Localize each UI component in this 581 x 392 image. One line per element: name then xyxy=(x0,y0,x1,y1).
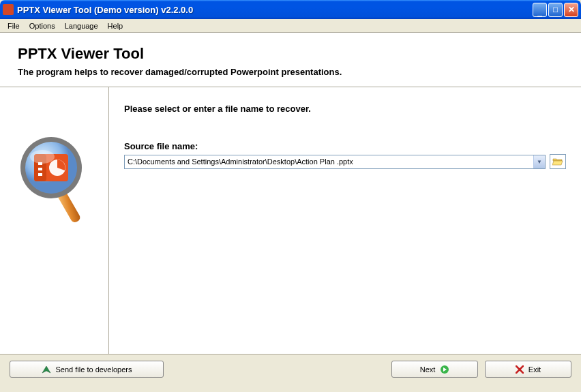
close-icon xyxy=(516,365,524,374)
dropdown-button[interactable]: ▼ xyxy=(533,155,545,168)
instruction-text: Please select or enter a file name to re… xyxy=(124,104,566,114)
source-file-combo[interactable]: ▼ xyxy=(124,155,546,169)
source-file-label: Source file name: xyxy=(124,141,566,151)
send-icon xyxy=(42,365,51,374)
svg-rect-7 xyxy=(38,173,42,176)
svg-rect-6 xyxy=(38,168,42,170)
page-title: PPTX Viewer Tool xyxy=(18,45,563,63)
folder-open-icon xyxy=(552,157,563,166)
arrow-right-icon xyxy=(440,365,449,374)
next-label: Next xyxy=(420,365,436,374)
header: PPTX Viewer Tool The program helps to re… xyxy=(0,33,581,87)
page-subtitle: The program helps to recover damaged/cor… xyxy=(18,67,563,77)
magnifier-icon xyxy=(14,128,95,230)
close-button[interactable]: ✕ xyxy=(564,3,578,17)
source-file-input[interactable] xyxy=(125,155,533,168)
window-title: PPTX Viewer Tool (Demo version) v2.2.0.0 xyxy=(17,5,533,15)
send-file-label: Send file to developers xyxy=(56,365,132,374)
right-pane: Please select or enter a file name to re… xyxy=(109,87,581,354)
menubar: File Options Language Help xyxy=(0,19,581,33)
exit-label: Exit xyxy=(528,365,541,374)
menu-file[interactable]: File xyxy=(3,20,25,31)
next-button[interactable]: Next xyxy=(391,361,478,378)
left-pane xyxy=(0,87,109,354)
footer: Send file to developers Next Exit xyxy=(0,354,581,384)
exit-button[interactable]: Exit xyxy=(485,361,571,378)
maximize-button[interactable]: □ xyxy=(548,3,563,17)
send-file-button[interactable]: Send file to developers xyxy=(10,361,164,378)
app-icon xyxy=(3,4,14,15)
browse-button[interactable] xyxy=(550,154,566,169)
svg-point-9 xyxy=(30,150,55,164)
menu-language[interactable]: Language xyxy=(60,20,103,31)
titlebar: PPTX Viewer Tool (Demo version) v2.2.0.0… xyxy=(0,0,581,19)
chevron-down-icon: ▼ xyxy=(537,159,542,165)
minimize-button[interactable]: _ xyxy=(533,3,547,17)
menu-help[interactable]: Help xyxy=(103,20,128,31)
menu-options[interactable]: Options xyxy=(25,20,60,31)
body: Please select or enter a file name to re… xyxy=(0,87,581,354)
